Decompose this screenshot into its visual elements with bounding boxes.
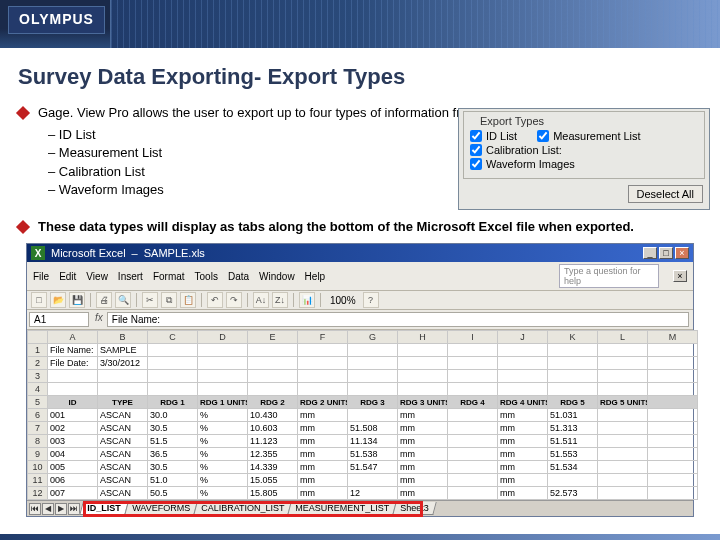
menu-insert[interactable]: Insert [118,271,143,282]
field-header: RDG 3 [348,396,398,409]
cb-measurement-list-label: Measurement List [553,130,640,142]
save-icon[interactable]: 💾 [69,292,85,308]
sheet-tab-strip[interactable]: ⏮ ◀ ▶ ⏭ ID_LIST WAVEFORMS CALIBRATION_LI… [27,500,693,516]
row-header[interactable]: 12 [28,487,48,500]
window-close-icon[interactable]: × [675,247,689,259]
menu-window[interactable]: Window [259,271,295,282]
row-header[interactable]: 5 [28,396,48,409]
cb-measurement-list-input[interactable] [537,130,549,142]
table-row[interactable]: 8003ASCAN51.5%11.123mm11.134mmmm51.511 [28,435,698,448]
name-box[interactable]: A1 [29,312,89,327]
cb-waveform-images-input[interactable] [470,158,482,170]
tab-nav-prev-icon[interactable]: ◀ [42,503,54,515]
row-header[interactable]: 9 [28,448,48,461]
table-row[interactable]: 10005ASCAN30.5%14.339mm51.547mmmm51.534 [28,461,698,474]
field-header: RDG 5 UNITS [598,396,648,409]
row-header[interactable]: 10 [28,461,48,474]
formula-input[interactable]: File Name: [107,312,689,327]
col-header[interactable]: M [648,331,698,344]
window-maximize-icon[interactable]: □ [659,247,673,259]
tab-nav-next-icon[interactable]: ▶ [55,503,67,515]
row-header[interactable]: 6 [28,409,48,422]
excel-menubar[interactable]: File Edit View Insert Format Tools Data … [27,262,693,291]
help-icon[interactable]: ? [363,292,379,308]
col-header[interactable]: E [248,331,298,344]
excel-toolbar[interactable]: □ 📂 💾 🖨 🔍 ✂ ⧉ 📋 ↶ ↷ A↓ Z↓ 📊 100% ? [27,291,693,310]
row-header[interactable]: 7 [28,422,48,435]
sheet-tab-measurement-list[interactable]: MEASUREMENT_LIST [287,502,397,515]
sheet-table[interactable]: ABCDEFGHIJKLM1File Name:SAMPLE2File Date… [27,330,698,500]
col-header[interactable]: F [298,331,348,344]
col-header[interactable]: G [348,331,398,344]
menu-tools[interactable]: Tools [195,271,218,282]
row-header[interactable]: 11 [28,474,48,487]
spreadsheet-grid[interactable]: ABCDEFGHIJKLM1File Name:SAMPLE2File Date… [27,330,693,500]
col-header[interactable]: H [398,331,448,344]
row-header[interactable]: 1 [28,344,48,357]
field-header: RDG 3 UNITS [398,396,448,409]
table-row[interactable]: 11006ASCAN51.0%15.055mmmmmm [28,474,698,487]
field-header: RDG 4 [448,396,498,409]
new-icon[interactable]: □ [31,292,47,308]
sheet-tab-id-list[interactable]: ID_LIST [79,502,128,515]
field-header: RDG 2 UNITS [298,396,348,409]
sheet-tab-waveforms[interactable]: WAVEFORMS [124,502,197,515]
cb-id-list[interactable]: ID List [470,130,517,142]
fx-icon[interactable]: fx [91,310,107,329]
col-header[interactable]: J [498,331,548,344]
row-header[interactable]: 3 [28,370,48,383]
open-icon[interactable]: 📂 [50,292,66,308]
undo-icon[interactable]: ↶ [207,292,223,308]
cb-calibration-list-label: Calibration List: [486,144,562,156]
table-row[interactable]: 12007ASCAN50.5%15.805mm12mmmm52.573 [28,487,698,500]
redo-icon[interactable]: ↷ [226,292,242,308]
col-header[interactable]: B [98,331,148,344]
col-header[interactable]: I [448,331,498,344]
sort-asc-icon[interactable]: A↓ [253,292,269,308]
deselect-all-button[interactable]: Deselect All [628,185,703,203]
sheet-tab-sheet3[interactable]: Sheet3 [392,502,436,515]
row-header[interactable]: 2 [28,357,48,370]
menu-file[interactable]: File [33,271,49,282]
menu-view[interactable]: View [86,271,108,282]
cb-waveform-images[interactable]: Waveform Images [470,158,575,170]
cb-calibration-list-input[interactable] [470,144,482,156]
field-header: RDG 4 UNITS [498,396,548,409]
note-text: These data types will display as tabs al… [38,219,634,234]
tab-nav-last-icon[interactable]: ⏭ [68,503,80,515]
excel-titlebar[interactable]: X Microsoft Excel – SAMPLE.xls _ □ × [27,244,693,262]
col-header[interactable]: A [48,331,98,344]
bullet-icon [16,220,30,234]
row-header[interactable]: 8 [28,435,48,448]
window-minimize-icon[interactable]: _ [643,247,657,259]
table-row[interactable]: 9004ASCAN36.5%12.355mm51.538mmmm51.553 [28,448,698,461]
cut-icon[interactable]: ✂ [142,292,158,308]
col-header[interactable]: C [148,331,198,344]
menu-format[interactable]: Format [153,271,185,282]
sheet-tab-calibration-list[interactable]: CALIBRATION_LIST [193,502,292,515]
tab-nav-first-icon[interactable]: ⏮ [29,503,41,515]
sort-desc-icon[interactable]: Z↓ [272,292,288,308]
table-row[interactable]: 6001ASCAN30.0%10.430mmmmmm51.031 [28,409,698,422]
copy-icon[interactable]: ⧉ [161,292,177,308]
cb-measurement-list[interactable]: Measurement List [537,130,640,142]
chart-icon[interactable]: 📊 [299,292,315,308]
col-header[interactable]: D [198,331,248,344]
menu-data[interactable]: Data [228,271,249,282]
preview-icon[interactable]: 🔍 [115,292,131,308]
workbook-close-icon[interactable]: × [673,270,687,282]
col-header[interactable]: K [548,331,598,344]
help-search-input[interactable]: Type a question for help [559,264,659,288]
print-icon[interactable]: 🖨 [96,292,112,308]
col-header[interactable]: L [598,331,648,344]
zoom-value[interactable]: 100% [326,295,360,306]
row-header[interactable]: 4 [28,383,48,396]
paste-icon[interactable]: 📋 [180,292,196,308]
formula-bar: A1 fx File Name: [27,310,693,330]
cb-calibration-list[interactable]: Calibration List: [470,144,562,156]
table-row[interactable]: 7002ASCAN30.5%10.603mm51.508mmmm51.313 [28,422,698,435]
cb-id-list-input[interactable] [470,130,482,142]
menu-help[interactable]: Help [305,271,326,282]
field-header: RDG 2 [248,396,298,409]
menu-edit[interactable]: Edit [59,271,76,282]
